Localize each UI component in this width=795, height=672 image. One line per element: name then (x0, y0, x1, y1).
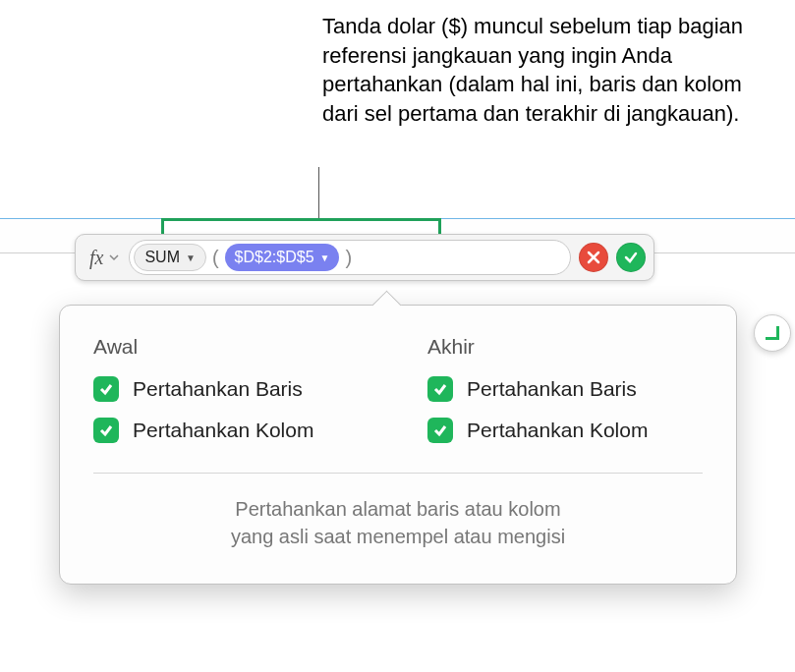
help-text-line: yang asli saat menempel atau mengisi (133, 523, 663, 550)
cancel-button[interactable] (579, 243, 608, 272)
start-section: Awal Pertahankan Baris Pertahankan Kolom (93, 335, 369, 459)
end-preserve-col-option[interactable]: Pertahankan Kolom (427, 418, 703, 443)
open-paren: ( (210, 247, 221, 269)
checkbox-checked[interactable] (427, 418, 453, 443)
divider (93, 473, 703, 474)
checkbox-checked[interactable] (93, 418, 119, 443)
checkbox-checked[interactable] (93, 376, 119, 402)
close-icon (587, 251, 600, 264)
annotation-text: Tanda dolar ($) muncul sebelum tiap bagi… (322, 12, 745, 129)
end-preserve-row-option[interactable]: Pertahankan Baris (427, 376, 703, 402)
function-token[interactable]: SUM ▼ (134, 244, 205, 271)
checkbox-label: Pertahankan Baris (467, 377, 637, 401)
insert-indicator[interactable] (754, 314, 791, 352)
start-preserve-row-option[interactable]: Pertahankan Baris (93, 376, 369, 402)
check-icon (98, 422, 114, 438)
confirm-button[interactable] (616, 243, 646, 272)
chevron-down-icon: ▼ (320, 252, 330, 263)
formula-input[interactable]: SUM ▼ ( $D$2:$D$5 ▼ ) (129, 240, 571, 275)
check-icon (432, 381, 448, 397)
help-text-line: Pertahankan alamat baris atau kolom (133, 495, 663, 523)
popover-help-text: Pertahankan alamat baris atau kolom yang… (93, 495, 703, 550)
fx-label: fx (89, 247, 103, 269)
chevron-down-icon: ▼ (186, 252, 196, 263)
preserve-reference-popover: Awal Pertahankan Baris Pertahankan Kolom… (59, 305, 737, 585)
checkbox-label: Pertahankan Kolom (467, 419, 648, 442)
corner-icon (766, 326, 779, 340)
check-icon (624, 251, 638, 264)
start-heading: Awal (93, 335, 369, 359)
formula-editor: fx SUM ▼ ( $D$2:$D$5 ▼ ) (75, 234, 654, 281)
chevron-down-icon (109, 252, 119, 262)
start-preserve-col-option[interactable]: Pertahankan Kolom (93, 418, 369, 443)
fx-dropdown[interactable] (109, 252, 119, 262)
checkbox-label: Pertahankan Baris (133, 377, 303, 401)
checkbox-checked[interactable] (427, 376, 453, 402)
check-icon (98, 381, 114, 397)
end-heading: Akhir (427, 335, 703, 359)
function-name: SUM (144, 249, 180, 266)
range-reference-token[interactable]: $D$2:$D$5 ▼ (225, 244, 340, 271)
range-reference-text: $D$2:$D$5 (235, 249, 314, 266)
checkbox-label: Pertahankan Kolom (133, 419, 313, 442)
check-icon (432, 422, 448, 438)
end-section: Akhir Pertahankan Baris Pertahankan Kolo… (427, 335, 703, 459)
close-paren: ) (343, 247, 354, 269)
